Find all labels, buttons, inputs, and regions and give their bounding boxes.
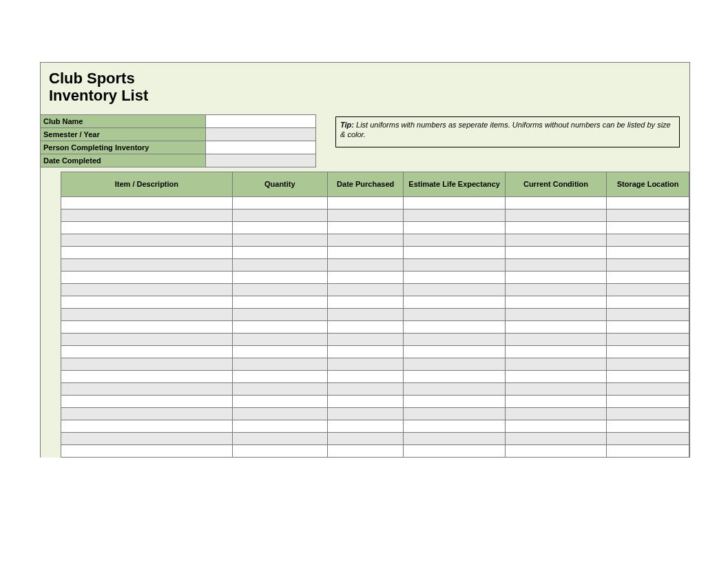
cell-date[interactable] <box>327 271 404 283</box>
cell-life[interactable] <box>404 209 505 221</box>
cell-stor[interactable] <box>607 407 689 420</box>
cell-desc[interactable] <box>61 296 233 308</box>
cell-cond[interactable] <box>505 320 606 333</box>
cell-stor[interactable] <box>607 271 689 283</box>
cell-stor[interactable] <box>607 370 689 382</box>
cell-qty[interactable] <box>232 283 327 296</box>
cell-cond[interactable] <box>505 358 606 370</box>
cell-date[interactable] <box>327 221 404 234</box>
cell-life[interactable] <box>404 358 505 370</box>
cell-qty[interactable] <box>232 209 327 221</box>
cell-life[interactable] <box>404 432 505 444</box>
cell-life[interactable] <box>404 345 505 358</box>
cell-cond[interactable] <box>505 444 606 457</box>
cell-qty[interactable] <box>232 320 327 333</box>
cell-stor[interactable] <box>607 221 689 234</box>
cell-stor[interactable] <box>607 246 689 258</box>
cell-life[interactable] <box>404 258 505 271</box>
cell-desc[interactable] <box>61 320 233 333</box>
meta-value[interactable] <box>206 141 316 154</box>
cell-date[interactable] <box>327 345 404 358</box>
cell-life[interactable] <box>404 320 505 333</box>
cell-desc[interactable] <box>61 196 233 209</box>
cell-qty[interactable] <box>232 333 327 345</box>
cell-stor[interactable] <box>607 258 689 271</box>
cell-qty[interactable] <box>232 395 327 407</box>
cell-stor[interactable] <box>607 420 689 432</box>
cell-cond[interactable] <box>505 196 606 209</box>
cell-cond[interactable] <box>505 333 606 345</box>
cell-desc[interactable] <box>61 444 233 457</box>
cell-date[interactable] <box>327 420 404 432</box>
cell-qty[interactable] <box>232 234 327 246</box>
cell-qty[interactable] <box>232 308 327 320</box>
meta-value[interactable] <box>206 114 316 127</box>
cell-date[interactable] <box>327 296 404 308</box>
cell-date[interactable] <box>327 382 404 395</box>
cell-cond[interactable] <box>505 370 606 382</box>
cell-stor[interactable] <box>607 296 689 308</box>
cell-desc[interactable] <box>61 271 233 283</box>
cell-desc[interactable] <box>61 382 233 395</box>
cell-life[interactable] <box>404 308 505 320</box>
cell-desc[interactable] <box>61 258 233 271</box>
meta-value[interactable] <box>206 127 316 141</box>
cell-life[interactable] <box>404 196 505 209</box>
cell-cond[interactable] <box>505 283 606 296</box>
cell-life[interactable] <box>404 246 505 258</box>
cell-cond[interactable] <box>505 271 606 283</box>
cell-date[interactable] <box>327 209 404 221</box>
cell-date[interactable] <box>327 196 404 209</box>
cell-cond[interactable] <box>505 221 606 234</box>
cell-life[interactable] <box>404 234 505 246</box>
cell-date[interactable] <box>327 358 404 370</box>
cell-cond[interactable] <box>505 407 606 420</box>
cell-stor[interactable] <box>607 395 689 407</box>
cell-life[interactable] <box>404 221 505 234</box>
cell-stor[interactable] <box>607 234 689 246</box>
cell-qty[interactable] <box>232 296 327 308</box>
cell-desc[interactable] <box>61 358 233 370</box>
cell-desc[interactable] <box>61 246 233 258</box>
cell-life[interactable] <box>404 395 505 407</box>
cell-date[interactable] <box>327 432 404 444</box>
cell-stor[interactable] <box>607 283 689 296</box>
cell-qty[interactable] <box>232 420 327 432</box>
cell-stor[interactable] <box>607 209 689 221</box>
cell-qty[interactable] <box>232 370 327 382</box>
cell-stor[interactable] <box>607 308 689 320</box>
cell-stor[interactable] <box>607 345 689 358</box>
cell-cond[interactable] <box>505 296 606 308</box>
cell-stor[interactable] <box>607 320 689 333</box>
cell-desc[interactable] <box>61 395 233 407</box>
cell-life[interactable] <box>404 370 505 382</box>
cell-qty[interactable] <box>232 345 327 358</box>
cell-date[interactable] <box>327 320 404 333</box>
cell-stor[interactable] <box>607 196 689 209</box>
cell-life[interactable] <box>404 382 505 395</box>
cell-desc[interactable] <box>61 308 233 320</box>
cell-cond[interactable] <box>505 382 606 395</box>
cell-desc[interactable] <box>61 283 233 296</box>
cell-cond[interactable] <box>505 420 606 432</box>
cell-cond[interactable] <box>505 209 606 221</box>
cell-stor[interactable] <box>607 333 689 345</box>
cell-cond[interactable] <box>505 345 606 358</box>
cell-desc[interactable] <box>61 420 233 432</box>
cell-stor[interactable] <box>607 432 689 444</box>
cell-life[interactable] <box>404 333 505 345</box>
cell-desc[interactable] <box>61 432 233 444</box>
cell-desc[interactable] <box>61 209 233 221</box>
cell-desc[interactable] <box>61 370 233 382</box>
cell-qty[interactable] <box>232 196 327 209</box>
cell-date[interactable] <box>327 258 404 271</box>
cell-date[interactable] <box>327 407 404 420</box>
cell-date[interactable] <box>327 333 404 345</box>
cell-stor[interactable] <box>607 382 689 395</box>
cell-stor[interactable] <box>607 444 689 457</box>
cell-qty[interactable] <box>232 407 327 420</box>
meta-value[interactable] <box>206 154 316 167</box>
cell-desc[interactable] <box>61 345 233 358</box>
cell-qty[interactable] <box>232 382 327 395</box>
cell-date[interactable] <box>327 395 404 407</box>
